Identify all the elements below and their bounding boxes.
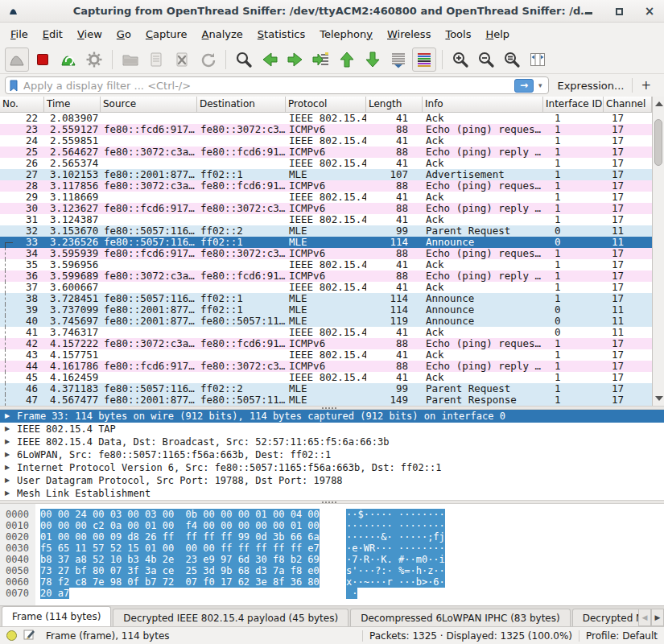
expander-collapsed-icon[interactable]: ▶ (5, 474, 17, 487)
packet-row-43[interactable]: 434.157751IEEE 802.15.441Ack117 (0, 349, 652, 361)
go-last-packet-button[interactable] (361, 47, 385, 72)
expander-collapsed-icon[interactable]: ▶ (5, 423, 17, 436)
find-packet-button[interactable] (232, 47, 256, 72)
packet-row-31[interactable]: 313.124387IEEE 802.15.441Ack117 (0, 214, 652, 225)
menu-help[interactable]: Help (478, 25, 517, 43)
column-header-protocol[interactable]: Protocol (286, 97, 366, 112)
hex-row[interactable]: 006078 f2 c8 7e 98 0f b7 72 07 f0 17 62 … (0, 576, 664, 588)
detail-row-4[interactable]: ▶Internet Protocol Version 6, Src: fe80:… (0, 461, 664, 474)
stop-capture-button[interactable] (31, 47, 55, 72)
expression-button[interactable]: Expression... (549, 80, 632, 92)
scrollbar-thumb[interactable] (654, 119, 662, 166)
packet-row-27[interactable]: 273.102153fe80::2001:877…ff02::1MLE107Ad… (0, 169, 652, 180)
tab-scroll-right-icon[interactable]: ▶ (651, 609, 664, 626)
minimize-button[interactable] (584, 6, 593, 16)
packet-row-46[interactable]: 464.371183fe80::5057:116…ff02::2MLE99Par… (0, 383, 652, 394)
packet-row-39[interactable]: 393.737099fe80::2001:877…ff02::1MLE114An… (0, 304, 652, 316)
detail-row-5[interactable]: ▶User Datagram Protocol, Src Port: 19788… (0, 474, 664, 487)
capture-comment-icon[interactable] (23, 629, 35, 642)
packet-row-33[interactable]: 333.236526fe80::5057:116…ff02::1MLE114An… (0, 237, 652, 248)
packet-row-23[interactable]: 232.559127fe80::fcd6:917…fe80::3072:c3…I… (0, 124, 652, 135)
start-capture-button[interactable] (5, 47, 29, 72)
auto-scroll-button[interactable] (386, 47, 410, 72)
close-button[interactable]: × (645, 6, 654, 16)
packet-row-44[interactable]: 444.161786fe80::fcd6:917…fe80::3072:c3…I… (0, 361, 652, 372)
menu-view[interactable]: View (70, 25, 109, 43)
column-header-length[interactable]: Length (366, 97, 423, 112)
hex-row[interactable]: 0040b8 37 a8 52 10 b3 4b 2e 23 e9 97 6d … (0, 554, 664, 565)
column-header-source[interactable]: Source (101, 97, 197, 112)
go-back-button[interactable] (258, 47, 282, 72)
detail-row-6[interactable]: ▶Mesh Link Establishment (0, 487, 664, 500)
zoom-reset-button[interactable] (500, 47, 524, 72)
column-header-interface-id[interactable]: Interface ID (543, 97, 604, 112)
display-filter-input[interactable]: Apply a display filter ... <Ctrl-/> → ▾ (5, 76, 549, 94)
packet-row-25[interactable]: 252.564627fe80::3072:c3a…fe80::fcd6:91…I… (0, 147, 652, 158)
maximize-button[interactable] (614, 6, 624, 16)
menu-file[interactable]: File (3, 25, 35, 43)
packet-row-22[interactable]: 222.083907IEEE 802.15.441Ack117 (0, 113, 652, 124)
hex-row[interactable]: 001000 00 00 c2 0a 00 01 00 f4 00 00 00 … (0, 520, 664, 531)
menu-go[interactable]: Go (109, 25, 138, 43)
column-header-no[interactable]: No. (0, 97, 44, 112)
expander-collapsed-icon[interactable]: ▶ (5, 448, 17, 461)
go-first-packet-button[interactable] (335, 47, 359, 72)
expander-collapsed-icon[interactable]: ▶ (5, 461, 17, 474)
add-filter-button[interactable]: + (632, 78, 659, 93)
byte-tab-2[interactable]: Decompressed 6LoWPAN IPHC (83 bytes) (350, 609, 571, 626)
byte-tab-1[interactable]: Decrypted IEEE 802.15.4 payload (45 byte… (113, 609, 348, 626)
packet-row-24[interactable]: 242.559851IEEE 802.15.441Ack117 (0, 135, 652, 147)
packet-row-30[interactable]: 303.123627fe80::fcd6:917…fe80::3072:c3…I… (0, 203, 652, 214)
packet-row-34[interactable]: 343.595939fe80::fcd6:917…fe80::3072:c3…I… (0, 248, 652, 259)
packet-row-29[interactable]: 293.118669IEEE 802.15.441Ack117 (0, 192, 652, 203)
detail-row-0[interactable]: ▶Frame 33: 114 bytes on wire (912 bits),… (0, 410, 664, 423)
open-file-button[interactable] (118, 47, 142, 72)
close-file-button[interactable] (170, 47, 194, 72)
save-file-button[interactable] (144, 47, 168, 72)
packet-row-40[interactable]: 403.745697fe80::2001:877…fe80::5057:11…M… (0, 316, 652, 327)
menu-analyze[interactable]: Analyze (195, 25, 250, 43)
menu-statistics[interactable]: Statistics (250, 25, 312, 43)
reload-file-button[interactable] (196, 47, 220, 72)
tab-scroll-left-icon[interactable]: ◀ (638, 609, 651, 626)
packet-row-42[interactable]: 424.157222fe80::3072:c3a…fe80::fcd6:91…I… (0, 338, 652, 349)
detail-row-1[interactable]: ▶IEEE 802.15.4 TAP (0, 423, 664, 436)
packet-row-32[interactable]: 323.153670fe80::5057:116…ff02::2MLE99Par… (0, 225, 652, 237)
expander-collapsed-icon[interactable]: ▶ (5, 487, 17, 500)
scroll-down-arrow-icon[interactable] (655, 396, 663, 401)
byte-tab-3[interactable]: Decrypted ML (572, 609, 638, 626)
menu-edit[interactable]: Edit (35, 25, 70, 43)
packet-row-41[interactable]: 413.746317IEEE 802.15.441Ack011 (0, 327, 652, 338)
go-to-packet-button[interactable] (309, 47, 333, 72)
expander-collapsed-icon[interactable]: ▶ (5, 410, 17, 423)
menu-telephony[interactable]: Telephony (312, 25, 380, 43)
column-header-info[interactable]: Info (423, 97, 543, 112)
menu-wireless[interactable]: Wireless (380, 25, 438, 43)
restart-capture-button[interactable] (56, 47, 80, 72)
menu-tools[interactable]: Tools (438, 25, 478, 43)
zoom-out-button[interactable] (474, 47, 498, 72)
packet-row-35[interactable]: 353.596956IEEE 802.15.441Ack117 (0, 259, 652, 270)
packet-row-47[interactable]: 474.567477fe80::2001:877…fe80::5057:11…M… (0, 394, 652, 406)
detail-row-2[interactable]: ▶IEEE 802.15.4 Data, Dst: Broadcast, Src… (0, 436, 664, 448)
scroll-up-arrow-icon[interactable] (655, 101, 663, 106)
expander-collapsed-icon[interactable]: ▶ (5, 436, 17, 448)
byte-tab-0[interactable]: Frame (114 bytes) (2, 606, 111, 626)
expert-info-button[interactable] (6, 630, 17, 641)
capture-options-button[interactable] (82, 47, 106, 72)
menu-capture[interactable]: Capture (138, 25, 195, 43)
column-header-channel[interactable]: Channel (604, 97, 652, 112)
filter-dropdown-caret-icon[interactable]: ▾ (534, 81, 546, 89)
packet-list-scrollbar[interactable] (652, 97, 664, 406)
apply-filter-button[interactable]: → (514, 79, 534, 93)
packet-row-45[interactable]: 454.162459IEEE 802.15.441Ack117 (0, 372, 652, 383)
resize-columns-button[interactable] (526, 47, 550, 72)
go-forward-button[interactable] (283, 47, 307, 72)
hex-row[interactable]: 0030f5 65 11 57 52 15 01 00 00 00 ff ff … (0, 543, 664, 554)
packet-row-26[interactable]: 262.565374IEEE 802.15.441Ack117 (0, 158, 652, 169)
filter-bookmark-icon[interactable] (9, 80, 19, 92)
hex-row[interactable]: 007020 a7 · (0, 588, 664, 599)
column-header-time[interactable]: Time (44, 97, 101, 112)
detail-row-3[interactable]: ▶6LoWPAN, Src: fe80::5057:1165:f56a:663b… (0, 448, 664, 461)
packet-row-36[interactable]: 363.599689fe80::3072:c3a…fe80::fcd6:91…I… (0, 270, 652, 282)
